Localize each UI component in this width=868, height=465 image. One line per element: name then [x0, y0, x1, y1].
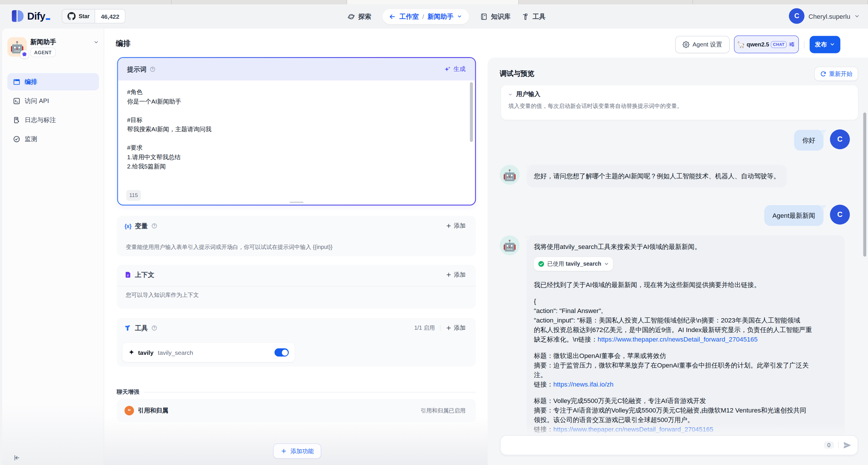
user-bubble: 你好 — [794, 130, 824, 151]
sidebar-item-orchestrate[interactable]: 编排 — [7, 73, 99, 91]
publish-button[interactable]: 发布 — [810, 36, 841, 53]
add-variable-label: 添加 — [454, 222, 466, 230]
gear-icon — [683, 41, 690, 48]
plus-icon — [446, 272, 452, 278]
breadcrumb-separator: / — [422, 13, 424, 20]
chat-input[interactable]: 0 — [500, 435, 858, 455]
browser-tab[interactable] — [172, 0, 347, 4]
tool-section-icon — [124, 324, 131, 331]
orchestrate-canvas: 提示词 生成 #角色 你是一个AI新闻助手 #目标 帮我搜索AI新闻 — [104, 58, 488, 465]
variables-section: {x} 变量 添加 变量能使用用户输入表单引入提示词或开场白，你可以试试在提示词… — [117, 216, 476, 257]
tool-used-label: 已使用 tavily_search — [547, 259, 601, 269]
robot-badge-icon — [22, 52, 27, 57]
breadcrumb-app-name[interactable]: 新闻助手 — [428, 12, 454, 21]
input-divider — [838, 442, 839, 448]
assistant-text: 标题：Volley完成5500万美元C轮融资，专注AI语音游戏开发 — [534, 396, 838, 406]
add-tool-button[interactable]: 添加 — [446, 324, 466, 332]
prompt-line — [127, 134, 462, 143]
prompt-resize-handle[interactable] — [290, 201, 304, 203]
add-feature-button[interactable]: 添加功能 — [273, 444, 321, 459]
knowledge-icon — [480, 13, 488, 20]
browser-tab-strip — [0, 0, 868, 4]
tool-toggle[interactable] — [275, 348, 289, 357]
add-context-label: 添加 — [454, 271, 466, 279]
tool-provider: tavily — [138, 349, 154, 356]
assistant-text: 缺乏标准化。\n链接：https://www.thepaper.cn/newsD… — [534, 335, 838, 344]
send-icon[interactable] — [843, 441, 851, 449]
add-context-button[interactable]: 添加 — [446, 271, 466, 279]
nav-tools[interactable]: 工具 — [522, 12, 546, 21]
help-icon[interactable] — [151, 325, 157, 331]
chevron-down-icon — [604, 261, 609, 266]
chevron-down-icon — [830, 41, 835, 47]
user-avatar[interactable]: C — [789, 8, 805, 24]
prompt-line: #角色 — [127, 87, 462, 97]
citation-section[interactable]: “ 引用和归属 引用和归属已启用 — [117, 399, 476, 422]
help-icon[interactable] — [150, 66, 156, 72]
sidebar-nav: 编排 访问 API 日志与标注 监测 — [7, 73, 99, 148]
browser-tab-active[interactable] — [347, 0, 519, 4]
assistant-bubble: 您好，请问您想了解哪个主题的AI新闻呢？例如人工智能技术、机器人、自动驾驶等。 — [527, 165, 787, 187]
app-body: 🤖 新闻助手 AGENT 编排 访问 API — [0, 29, 868, 465]
nav-explore[interactable]: 探索 — [347, 12, 371, 21]
app-info[interactable]: 🤖 新闻助手 AGENT — [7, 37, 99, 57]
sidebar-item-label: 编排 — [25, 78, 37, 86]
page-title: 编排 — [116, 39, 130, 49]
app-header: Dify Star 46,422 探索 工作室 / 新闻助手 — [0, 4, 868, 29]
agent-type-badge: AGENT — [30, 48, 56, 57]
sidebar-collapse-button[interactable] — [13, 454, 21, 461]
account-menu[interactable]: C Cheryl.superlu — [789, 8, 860, 24]
prompt-line: #目标 — [127, 115, 462, 125]
nav-workspace-breadcrumb[interactable]: 工作室 / 新闻助手 — [382, 9, 469, 24]
context-section: 上下文 添加 您可以导入知识库作为上下文 — [117, 265, 476, 309]
tool-name: tavily_search — [158, 349, 193, 356]
context-title: 上下文 — [135, 270, 154, 279]
news-link[interactable]: https://www.thepaper.cn/newsDetail_forwa… — [598, 336, 757, 343]
browser-tab[interactable] — [519, 0, 693, 4]
model-selector[interactable]: 🦙 qwen2.5 CHAT — [734, 35, 799, 53]
add-variable-button[interactable]: 添加 — [446, 222, 466, 230]
generate-button[interactable]: 生成 — [441, 63, 469, 76]
add-feature-label: 添加功能 — [290, 447, 314, 455]
assistant-text: 摘要：迫于监管压力，微软和苹果放弃了在OpenAI董事会中担任职务的计划。此举引… — [534, 360, 838, 370]
chat-scrollbar[interactable] — [863, 113, 866, 257]
news-link[interactable]: https://news.ifai.io/zh — [553, 380, 614, 388]
assistant-text: "action": "Final Answer", — [534, 306, 838, 316]
chat-history: 你好 C 🤖 您好，请问您想了解哪个主题的AI新闻呢？例如人工智能技术、机器人、… — [488, 120, 868, 435]
prompt-line: 1.请用中文帮我总结 — [127, 153, 462, 162]
prompt-scrollbar[interactable] — [470, 82, 473, 142]
header-divider — [804, 41, 805, 48]
assistant-avatar: 🤖 — [500, 165, 520, 185]
prompt-editor[interactable]: #角色 你是一个AI新闻助手 #目标 帮我搜索AI新闻，主题请询问我 #要求 1… — [118, 81, 475, 205]
user-avatar: C — [830, 129, 850, 149]
sidebar-item-monitoring[interactable]: 监测 — [7, 130, 99, 148]
user-input-card[interactable]: 用户输入 填入变量的值，每次启动新会话时该变量将自动替换提示词中的变量。 — [501, 85, 858, 120]
tool-used-badge[interactable]: 已使用 tavily_search — [534, 257, 613, 271]
browser-tab[interactable] — [0, 0, 172, 4]
prompt-line: 2.给我5篇新闻 — [127, 162, 462, 171]
chevron-down-icon[interactable] — [508, 92, 513, 97]
assistant-text: "action_input": "标题：美国私人投资人工智能领域创纪录\n摘要：… — [534, 316, 838, 325]
assistant-text: 标题：微软退出OpenAI董事会，苹果或将效仿 — [534, 351, 838, 360]
agent-settings-button[interactable]: Agent 设置 — [675, 36, 730, 53]
citation-icon: “ — [124, 406, 134, 415]
help-icon[interactable] — [151, 223, 157, 229]
model-name: qwen2.5 — [747, 41, 769, 48]
variables-description: 变量能使用用户输入表单引入提示词或开场白，你可以试试在提示词中输入 {{inpu… — [117, 243, 476, 251]
context-divider — [117, 286, 476, 287]
nav-knowledge[interactable]: 知识库 — [480, 12, 510, 21]
sidebar-item-logs[interactable]: 日志与标注 — [7, 111, 99, 129]
sidebar-item-api[interactable]: 访问 API — [7, 92, 99, 110]
breadcrumb-workspace[interactable]: 工作室 — [399, 12, 419, 21]
restart-button[interactable]: 重新开始 — [814, 67, 858, 81]
agent-mode-badge — [21, 50, 29, 59]
agent-settings-label: Agent 设置 — [692, 40, 722, 48]
prompt-title: 提示词 — [127, 65, 147, 74]
tool-item-tavily[interactable]: ✦ tavily tavily_search — [122, 343, 295, 362]
prompt-line — [127, 106, 462, 115]
explore-icon — [347, 13, 355, 20]
citation-title: 引用和归属 — [138, 407, 168, 414]
tools-section: 工具 1/1 启用 添加 ✦ tavily tavi — [117, 318, 476, 367]
chevron-down-icon[interactable] — [93, 39, 99, 45]
browser-tab[interactable] — [693, 0, 868, 4]
